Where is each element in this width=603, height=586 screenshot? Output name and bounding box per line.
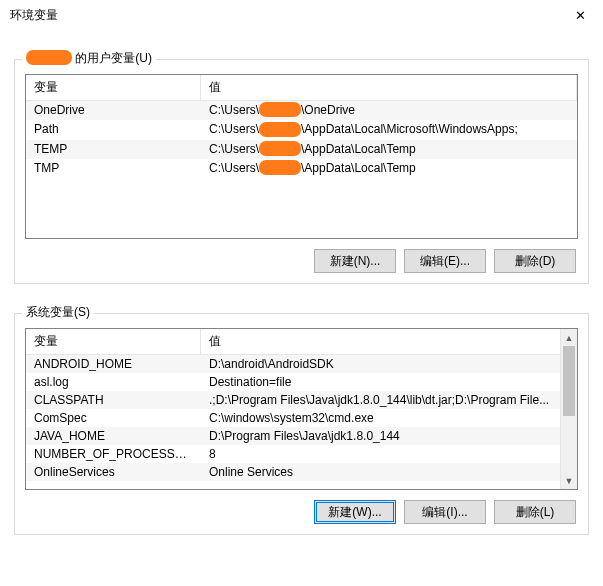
var-name-cell: Path xyxy=(26,120,201,139)
table-row[interactable]: JAVA_HOMED:\Program Files\Java\jdk1.8.0_… xyxy=(26,427,577,445)
var-value-cell: C:\Users\\AppData\Local\Temp xyxy=(201,159,577,178)
var-value-cell: C:\Users\\OneDrive xyxy=(201,101,577,120)
table-row[interactable]: NUMBER_OF_PROCESSORS8 xyxy=(26,445,577,463)
table-row[interactable]: ComSpecC:\windows\system32\cmd.exe xyxy=(26,409,577,427)
redacted-username-icon xyxy=(26,50,72,65)
table-row[interactable]: TEMPC:\Users\\AppData\Local\Temp xyxy=(26,140,577,159)
table-row[interactable]: OneDriveC:\Users\\OneDrive xyxy=(26,101,577,120)
col-variable[interactable]: 变量 xyxy=(26,75,201,100)
user-vars-label-text: 的用户变量(U) xyxy=(72,51,152,65)
sys-scrollbar[interactable]: ▲ ▼ xyxy=(560,329,577,489)
user-edit-button[interactable]: 编辑(E)... xyxy=(404,249,486,273)
table-row[interactable]: TMPC:\Users\\AppData\Local\Temp xyxy=(26,159,577,178)
titlebar: 环境变量 ✕ xyxy=(0,0,603,30)
var-value-cell: Online Services xyxy=(201,463,577,481)
window-title: 环境变量 xyxy=(10,7,58,24)
sys-new-button[interactable]: 新建(W)... xyxy=(314,500,396,524)
close-icon: ✕ xyxy=(575,8,586,23)
var-value-cell: C:\Users\\AppData\Local\Temp xyxy=(201,140,577,159)
user-delete-button[interactable]: 删除(D) xyxy=(494,249,576,273)
col-value[interactable]: 值 xyxy=(201,329,577,354)
redacted-username-icon xyxy=(259,160,301,175)
table-row[interactable]: asl.logDestination=file xyxy=(26,373,577,391)
sys-vars-label: 系统变量(S) xyxy=(22,304,94,321)
redacted-username-icon xyxy=(259,102,301,117)
col-value[interactable]: 值 xyxy=(201,75,577,100)
var-value-cell: C:\windows\system32\cmd.exe xyxy=(201,409,577,427)
var-name-cell: JAVA_HOME xyxy=(26,427,201,445)
redacted-username-icon xyxy=(259,141,301,156)
sys-vars-header: 变量 值 xyxy=(26,329,577,355)
scroll-up-icon[interactable]: ▲ xyxy=(561,329,577,346)
table-row[interactable]: ANDROID_HOMED:\android\AndroidSDK xyxy=(26,355,577,373)
close-button[interactable]: ✕ xyxy=(558,0,603,30)
sys-edit-button[interactable]: 编辑(I)... xyxy=(404,500,486,524)
scroll-down-icon[interactable]: ▼ xyxy=(561,472,577,489)
var-value-cell: D:\android\AndroidSDK xyxy=(201,355,577,373)
table-row[interactable]: PathC:\Users\\AppData\Local\Microsoft\Wi… xyxy=(26,120,577,139)
var-name-cell: OneDrive xyxy=(26,101,201,120)
var-name-cell: TEMP xyxy=(26,140,201,159)
var-name-cell: CLASSPATH xyxy=(26,391,201,409)
scroll-thumb[interactable] xyxy=(563,346,575,416)
var-name-cell: ANDROID_HOME xyxy=(26,355,201,373)
user-vars-label: 的用户变量(U) xyxy=(22,50,156,67)
var-value-cell: Destination=file xyxy=(201,373,577,391)
sys-vars-list[interactable]: 变量 值 ANDROID_HOMED:\android\AndroidSDKas… xyxy=(25,328,578,490)
user-vars-list[interactable]: 变量 值 OneDriveC:\Users\\OneDrivePathC:\Us… xyxy=(25,74,578,239)
var-name-cell: asl.log xyxy=(26,373,201,391)
var-value-cell: .;D:\Program Files\Java\jdk1.8.0_144\lib… xyxy=(201,391,577,409)
col-variable[interactable]: 变量 xyxy=(26,329,201,354)
var-value-cell: 8 xyxy=(201,445,577,463)
var-name-cell: OnlineServices xyxy=(26,463,201,481)
var-name-cell: TMP xyxy=(26,159,201,178)
sys-delete-button[interactable]: 删除(L) xyxy=(494,500,576,524)
var-name-cell: NUMBER_OF_PROCESSORS xyxy=(26,445,201,463)
table-row[interactable]: OnlineServicesOnline Services xyxy=(26,463,577,481)
var-value-cell: C:\Users\\AppData\Local\Microsoft\Window… xyxy=(201,120,577,139)
table-row[interactable]: CLASSPATH.;D:\Program Files\Java\jdk1.8.… xyxy=(26,391,577,409)
redacted-username-icon xyxy=(259,122,301,137)
user-vars-header: 变量 值 xyxy=(26,75,577,101)
var-value-cell: D:\Program Files\Java\jdk1.8.0_144 xyxy=(201,427,577,445)
var-name-cell: ComSpec xyxy=(26,409,201,427)
user-new-button[interactable]: 新建(N)... xyxy=(314,249,396,273)
